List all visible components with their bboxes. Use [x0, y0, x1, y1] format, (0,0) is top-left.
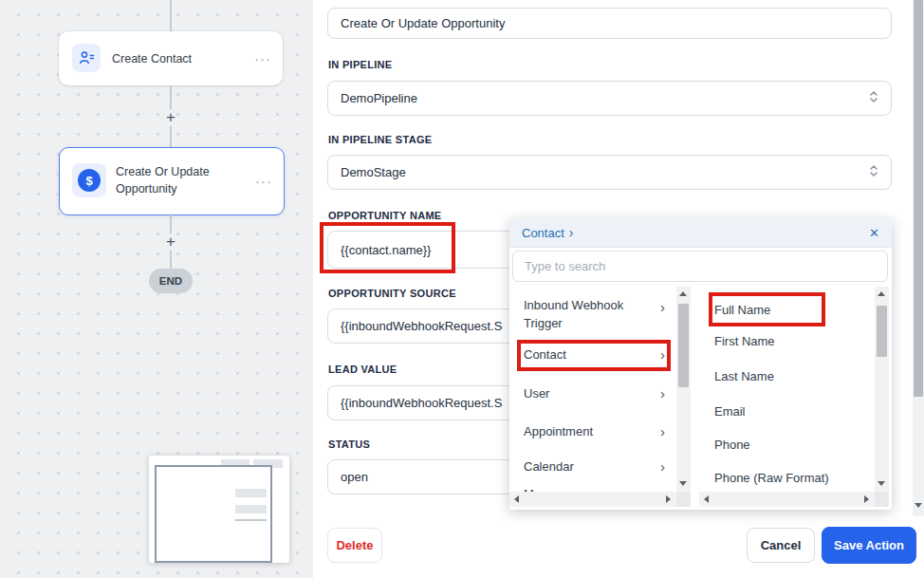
- field-list-scrollbar[interactable]: [875, 287, 889, 492]
- chevron-right-icon: ›: [660, 485, 665, 492]
- category-contact[interactable]: Contact ›: [509, 345, 676, 366]
- scrollbar-corner: [875, 492, 889, 507]
- node-menu-icon[interactable]: ···: [254, 50, 271, 66]
- scroll-right-arrow-icon[interactable]: [864, 495, 869, 503]
- category-appointment[interactable]: Appointment ›: [509, 422, 676, 443]
- field-email[interactable]: Email: [714, 403, 857, 420]
- connector-line: [170, 0, 172, 31]
- scroll-up-arrow-icon[interactable]: [679, 291, 687, 296]
- pipeline-stage-select-value: DemoStage: [341, 165, 406, 179]
- minimap-bar: [235, 489, 267, 497]
- minimap-viewport[interactable]: [155, 465, 272, 563]
- scroll-left-arrow-icon[interactable]: [704, 495, 709, 503]
- add-step-button[interactable]: +: [161, 233, 180, 252]
- scroll-up-arrow-icon[interactable]: [878, 291, 885, 296]
- field-phone[interactable]: Phone: [714, 437, 857, 454]
- pipeline-stage-select[interactable]: DemoStage: [327, 155, 892, 190]
- category-message-clipped[interactable]: Message ›: [509, 485, 676, 492]
- chevron-right-icon: ›: [660, 384, 665, 402]
- picker-category-list: Inbound Webhook Trigger › Contact › User…: [509, 287, 676, 492]
- scroll-down-arrow-icon[interactable]: [915, 503, 922, 508]
- cancel-button[interactable]: Cancel: [747, 528, 815, 563]
- picker-breadcrumb-bar: Contact › ✕: [509, 218, 892, 248]
- workflow-builder-screen: Create Contact ··· + $ Create Or Update …: [0, 0, 924, 578]
- workflow-canvas[interactable]: Create Contact ··· + $ Create Or Update …: [0, 0, 313, 578]
- field-label-lead-value: LEAD VALUE: [328, 364, 397, 375]
- connector-line: [170, 85, 172, 109]
- pipeline-select-value: DemoPipeline: [341, 91, 417, 105]
- field-label-opportunity-source: OPPORTUNITY SOURCE: [328, 288, 456, 299]
- picker-search-input[interactable]: [512, 251, 888, 282]
- category-label: Message: [524, 485, 647, 492]
- node-label: Create Contact: [112, 50, 192, 67]
- category-label: Appointment: [524, 422, 647, 440]
- scroll-right-arrow-icon[interactable]: [666, 495, 671, 503]
- category-label: Calendar: [524, 457, 647, 475]
- field-label-in-pipeline-stage: IN PIPELINE STAGE: [328, 134, 432, 145]
- scrollbar-thumb[interactable]: [877, 306, 887, 357]
- connector-line: [170, 251, 172, 269]
- connector-line: [170, 214, 172, 233]
- field-list-hscrollbar[interactable]: [699, 492, 875, 507]
- connector-line: [170, 126, 172, 147]
- category-label: Contact: [524, 345, 647, 364]
- category-list-hscrollbar[interactable]: [509, 492, 676, 507]
- node-create-contact[interactable]: Create Contact ···: [59, 31, 283, 85]
- pipeline-select[interactable]: DemoPipeline: [327, 81, 892, 116]
- variable-picker-popover: Contact › ✕ Inbound Webhook Trigger › Co…: [509, 218, 892, 510]
- contact-icon: [72, 44, 101, 72]
- chevron-right-icon: ›: [660, 298, 665, 316]
- select-spinner-icon: [869, 163, 878, 181]
- scroll-left-arrow-icon[interactable]: [514, 495, 519, 503]
- field-phone-raw-format[interactable]: Phone (Raw Format): [714, 470, 857, 487]
- minimap-bar: [235, 505, 267, 513]
- panel-scrollbar-thumb[interactable]: [914, 0, 923, 397]
- action-name-input[interactable]: [327, 8, 892, 39]
- save-action-button[interactable]: Save Action: [822, 527, 916, 564]
- node-menu-icon[interactable]: ···: [255, 173, 272, 189]
- category-inbound-webhook-trigger[interactable]: Inbound Webhook Trigger ›: [509, 296, 676, 336]
- picker-field-list: Full Name First Name Last Name Email Pho…: [699, 287, 875, 492]
- dollar-glyph: $: [85, 174, 92, 188]
- field-label-in-pipeline: IN PIPELINE: [328, 59, 392, 70]
- scrollbar-thumb[interactable]: [678, 304, 689, 387]
- field-first-name[interactable]: First Name: [714, 333, 857, 350]
- breadcrumb[interactable]: Contact: [522, 226, 564, 240]
- category-calendar[interactable]: Calendar ›: [509, 457, 676, 478]
- category-label: User: [524, 384, 647, 402]
- canvas-minimap[interactable]: [149, 456, 289, 563]
- chevron-right-icon: ›: [569, 225, 574, 240]
- scroll-down-arrow-icon[interactable]: [679, 481, 687, 486]
- dollar-icon: $: [72, 163, 106, 197]
- panel-scrollbar[interactable]: [913, 0, 924, 516]
- category-label: Inbound Webhook Trigger: [524, 296, 647, 332]
- field-last-name[interactable]: Last Name: [714, 368, 857, 385]
- field-full-name[interactable]: Full Name: [714, 302, 857, 319]
- node-create-or-update-opportunity[interactable]: $ Create Or Update Opportunity ···: [59, 147, 285, 215]
- chevron-right-icon: ›: [660, 345, 665, 364]
- minimap-bar: [235, 519, 267, 521]
- node-label: Create Or Update Opportunity: [116, 163, 256, 197]
- add-step-button[interactable]: +: [161, 108, 180, 127]
- field-label-status: STATUS: [328, 438, 370, 450]
- chevron-right-icon: ›: [660, 422, 665, 440]
- delete-button[interactable]: Delete: [327, 528, 382, 563]
- end-node: END: [149, 269, 193, 293]
- category-user[interactable]: User ›: [509, 384, 676, 405]
- scroll-down-arrow-icon[interactable]: [878, 481, 885, 486]
- category-list-scrollbar[interactable]: [676, 287, 691, 492]
- close-icon[interactable]: ✕: [869, 226, 879, 240]
- select-spinner-icon: [869, 89, 878, 107]
- chevron-right-icon: ›: [660, 457, 665, 475]
- field-label-opportunity-name: OPPORTUNITY NAME: [328, 210, 442, 221]
- scrollbar-corner: [676, 492, 691, 507]
